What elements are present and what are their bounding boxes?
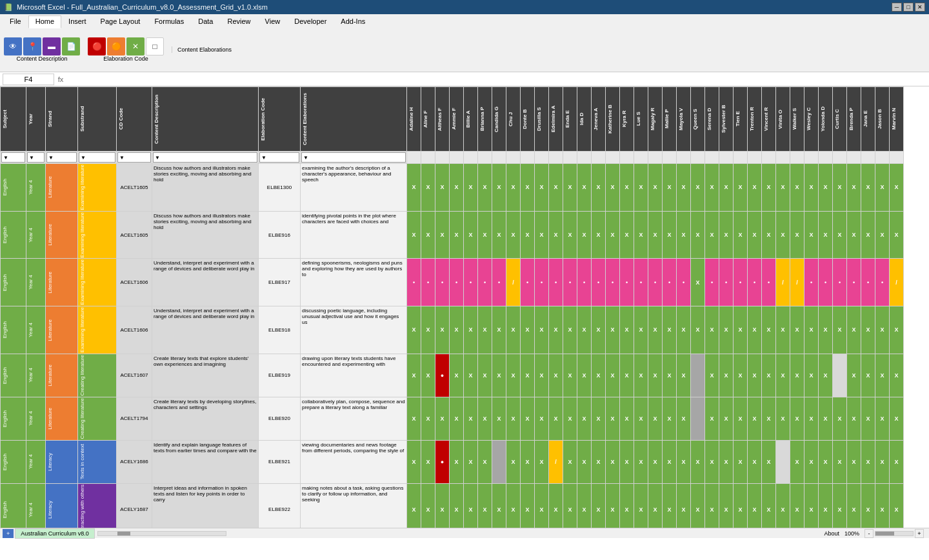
tab-view[interactable]: View (258, 15, 288, 28)
student-header-16: Lue S (634, 87, 648, 152)
ribbon-btn-x[interactable]: ✕ (126, 37, 145, 55)
col-header-cd-code: CD Code (117, 87, 152, 152)
maximize-btn[interactable]: □ (903, 3, 914, 12)
table-row: EnglishYear 4LiteracyInteracting with ot… (1, 483, 904, 528)
grid-container[interactable]: SubjectYearStrandSubstrandCD CodeContent… (0, 86, 929, 528)
filter-cell-4[interactable]: ▼ (117, 152, 152, 164)
tab-addins[interactable]: Add-Ins (334, 15, 372, 28)
student-cell: X (875, 483, 890, 528)
student-cell: X (762, 306, 776, 354)
student-cell: • (719, 259, 734, 306)
student-header-5: Brianna P (478, 87, 492, 152)
sheet-tab-active[interactable]: Australian Curriculum v8.0 (15, 528, 95, 539)
student-cell: X (776, 354, 790, 397)
filter-cell-3[interactable]: ▼ (78, 152, 117, 164)
student-cell: X (620, 483, 634, 528)
student-cell: X (890, 397, 904, 440)
student-cell: X (478, 354, 492, 397)
student-cell: X (734, 164, 748, 212)
cd-code-cell: ACELY1686 (117, 440, 152, 483)
student-cell: X (620, 354, 634, 397)
zoom-out-btn[interactable]: - (864, 529, 874, 538)
formula-bar: fx (0, 72, 929, 86)
student-cell: X (563, 397, 577, 440)
tab-formulas[interactable]: Formulas (147, 15, 191, 28)
zoom-in-btn[interactable]: + (915, 529, 924, 538)
student-cell (492, 440, 506, 483)
student-filter-24 (748, 152, 762, 164)
ribbon-group-label-2: Elaboration Code (103, 55, 148, 62)
student-filter-12 (577, 152, 592, 164)
student-filter-16 (634, 152, 648, 164)
student-cell: X (719, 354, 734, 397)
filter-cell-6[interactable]: ▼ (259, 152, 301, 164)
ribbon-btn-orange[interactable]: 🟠 (107, 37, 125, 55)
sheet-tab-btn[interactable]: + (3, 529, 14, 538)
student-cell: X (875, 306, 890, 354)
student-cell: X (762, 483, 776, 528)
student-cell: X (506, 397, 521, 440)
student-header-7: Chu J (506, 87, 521, 152)
tab-file[interactable]: File (3, 15, 28, 28)
student-cell: X (790, 397, 804, 440)
ribbon-btn-red[interactable]: 🔴 (88, 37, 106, 55)
student-filter-20 (691, 152, 705, 164)
student-cell: X (762, 211, 776, 259)
ribbon-btn-map[interactable]: 📍 (23, 37, 41, 55)
tab-page-layout[interactable]: Page Layout (94, 15, 148, 28)
student-cell: X (833, 306, 847, 354)
student-cell: X (464, 164, 478, 212)
filter-cell-0[interactable]: ▼ (1, 152, 26, 164)
filter-cell-7[interactable]: ▼ (301, 152, 407, 164)
close-btn[interactable]: ✕ (915, 3, 925, 12)
student-cell: X (592, 440, 606, 483)
student-cell: X (790, 164, 804, 212)
student-cell: X (407, 483, 421, 528)
student-header-24: Trenton R (748, 87, 762, 152)
student-cell: X (833, 211, 847, 259)
student-cell: X (890, 354, 904, 397)
tab-developer[interactable]: Developer (287, 15, 334, 28)
student-cell: • (535, 259, 549, 306)
tab-insert[interactable]: Insert (61, 15, 94, 28)
ribbon-content: 👁 📍 ▬ 📄 Content Description 🔴 🟠 ✕ □ Elab… (0, 28, 929, 72)
student-cell: X (492, 211, 506, 259)
student-cell: X (847, 354, 861, 397)
formula-input[interactable] (67, 75, 926, 83)
student-cell: X (634, 354, 648, 397)
ribbon-btn-doc[interactable]: 📄 (62, 37, 80, 55)
student-filter-5 (478, 152, 492, 164)
student-cell: X (634, 211, 648, 259)
filter-cell-5[interactable]: ▼ (152, 152, 259, 164)
tab-data[interactable]: Data (191, 15, 220, 28)
student-header-18: Mallie P (663, 87, 677, 152)
student-cell: X (549, 354, 563, 397)
col-header-elaboration-code: Elaboration Code (259, 87, 301, 152)
bottom-scrollbar[interactable]: + Australian Curriculum v8.0 About 100% … (0, 528, 929, 538)
status-right: About 100% - + (824, 529, 929, 538)
student-filter-2 (435, 152, 450, 164)
filter-cell-1[interactable]: ▼ (26, 152, 46, 164)
student-cell (833, 354, 847, 397)
filter-cell-2[interactable]: ▼ (46, 152, 78, 164)
cd-code-cell: ACELT1606 (117, 259, 152, 306)
ribbon-btn-white[interactable]: □ (146, 37, 164, 55)
student-filter-17 (648, 152, 663, 164)
tab-home[interactable]: Home (28, 15, 61, 28)
student-filter-28 (804, 152, 819, 164)
name-box[interactable] (3, 74, 54, 85)
minimize-btn[interactable]: ─ (892, 3, 902, 12)
tab-review[interactable]: Review (220, 15, 257, 28)
ribbon-btn-eye[interactable]: 👁 (4, 37, 22, 55)
student-cell: X (762, 440, 776, 483)
student-cell: X (691, 306, 705, 354)
ribbon-btn-box[interactable]: ▬ (43, 37, 61, 55)
student-cell: X (847, 397, 861, 440)
student-cell: X (506, 164, 521, 212)
student-cell: X (620, 397, 634, 440)
student-cell: • (705, 259, 719, 306)
student-cell: X (521, 354, 535, 397)
student-cell: X (435, 164, 450, 212)
student-cell: • (634, 259, 648, 306)
student-cell: X (606, 306, 620, 354)
